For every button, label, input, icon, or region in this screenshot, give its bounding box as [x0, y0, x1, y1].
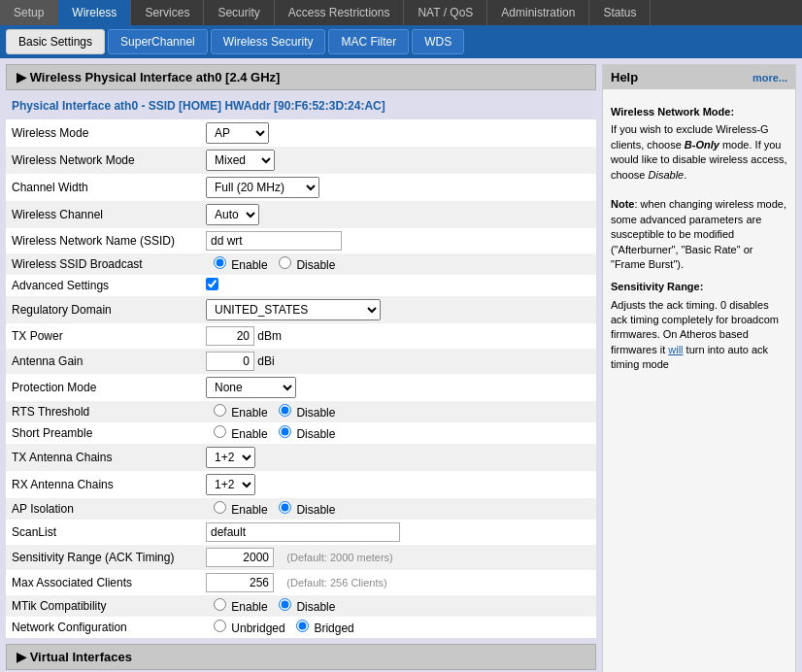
protection-mode-row: Protection Mode None CTS-to-Self RTS/CTS — [6, 374, 596, 401]
short-preamble-enable-radio[interactable] — [214, 425, 226, 438]
wireless-ssid-broadcast-label: Wireless SSID Broadcast — [6, 253, 200, 275]
help-note: Note: when changing wireless mode, some … — [611, 198, 786, 270]
mtik-disable-label[interactable]: Disable — [271, 600, 335, 614]
ssid-broadcast-enable-radio[interactable] — [214, 256, 226, 269]
nav-status[interactable]: Status — [589, 0, 651, 25]
regulatory-domain-row: Regulatory Domain UNITED_STATES EUROPE J… — [6, 296, 596, 323]
ssid-broadcast-disable-label[interactable]: Disable — [271, 258, 335, 272]
top-nav: Setup Wireless Services Security Access … — [0, 0, 802, 25]
rx-antenna-chains-label: RX Antenna Chains — [6, 471, 200, 498]
max-associated-clients-input[interactable] — [206, 573, 274, 592]
settings-form: Wireless Mode AP Client Adhoc Wireless N… — [6, 119, 596, 638]
rts-threshold-disable-radio[interactable] — [279, 404, 291, 417]
scanlist-input[interactable] — [206, 522, 400, 542]
sensitivity-range-help-body: Adjusts the ack timing. 0 disables ack t… — [611, 299, 779, 371]
channel-width-row: Channel Width Full (20 MHz) Half (10 MHz… — [6, 174, 596, 201]
max-associated-clients-label: Max Associated Clients — [6, 570, 200, 595]
antenna-gain-unit: dBi — [257, 354, 274, 368]
tx-antenna-chains-row: TX Antenna Chains 1+2 1 2 — [6, 444, 596, 471]
scanlist-label: ScanList — [6, 520, 200, 545]
nav-nat-qos[interactable]: NAT / QoS — [404, 0, 487, 25]
wireless-mode-label: Wireless Mode — [6, 119, 200, 147]
regulatory-domain-select[interactable]: UNITED_STATES EUROPE JAPAN — [206, 299, 381, 320]
nav-administration[interactable]: Administration — [487, 0, 589, 25]
ap-isolation-disable-radio[interactable] — [279, 501, 291, 514]
help-title: Help — [611, 70, 638, 84]
nav-services[interactable]: Services — [131, 0, 204, 25]
wireless-network-mode-help-title: Wireless Network Mode: — [611, 105, 787, 119]
subnav-superchannel[interactable]: SuperChannel — [108, 29, 208, 54]
rts-threshold-disable-label[interactable]: Disable — [271, 406, 335, 420]
wireless-network-mode-select[interactable]: Mixed B-Only G-Only N-Only Disable — [206, 150, 275, 171]
short-preamble-disable-label[interactable]: Disable — [271, 427, 335, 441]
wireless-channel-select[interactable]: Auto 1 6 11 — [206, 204, 259, 225]
ap-isolation-row: AP Isolation Enable Disable — [6, 498, 596, 520]
wireless-network-mode-label: Wireless Network Mode — [6, 147, 200, 174]
regulatory-domain-label: Regulatory Domain — [6, 296, 200, 323]
tx-power-input[interactable] — [206, 326, 254, 346]
subnav-wireless-security[interactable]: Wireless Security — [211, 29, 326, 54]
sensitivity-range-hint: (Default: 2000 meters) — [286, 552, 392, 563]
antenna-gain-row: Antenna Gain dBi — [6, 349, 596, 374]
mtik-enable-label[interactable]: Enable — [206, 600, 271, 614]
tx-power-unit: dBm — [257, 329, 282, 343]
rts-threshold-enable-label[interactable]: Enable — [206, 406, 271, 420]
nav-setup[interactable]: Setup — [0, 0, 58, 25]
sensitivity-range-input[interactable] — [206, 548, 274, 567]
wireless-channel-label: Wireless Channel — [6, 201, 200, 228]
subnav-mac-filter[interactable]: MAC Filter — [328, 29, 409, 54]
nav-wireless[interactable]: Wireless — [58, 0, 131, 25]
rts-threshold-row: RTS Threshold Enable Disable — [6, 401, 596, 422]
wireless-network-name-input[interactable] — [206, 231, 342, 251]
tx-power-row: TX Power dBm — [6, 323, 596, 349]
ssid-broadcast-disable-radio[interactable] — [279, 256, 291, 269]
help-panel: Help more... Wireless Network Mode: If y… — [602, 64, 796, 672]
short-preamble-enable-label[interactable]: Enable — [206, 427, 271, 441]
mtik-disable-radio[interactable] — [279, 598, 291, 611]
tx-antenna-chains-select[interactable]: 1+2 1 2 — [206, 447, 255, 468]
help-more-link[interactable]: more... — [752, 72, 787, 84]
nav-security[interactable]: Security — [204, 0, 274, 25]
mtik-compatibility-row: MTik Compatibility Enable Disable — [6, 595, 596, 617]
physical-interface-title: Physical Interface ath0 - SSID [HOME] HW… — [6, 96, 596, 116]
mtik-compatibility-label: MTik Compatibility — [6, 595, 200, 617]
max-associated-clients-hint: (Default: 256 Clients) — [286, 577, 386, 588]
network-unbridged-label[interactable]: Unbridged — [206, 622, 288, 635]
ap-isolation-disable-label[interactable]: Disable — [271, 503, 335, 517]
advanced-settings-row: Advanced Settings — [6, 275, 596, 296]
channel-width-label: Channel Width — [6, 174, 200, 201]
tx-power-label: TX Power — [6, 323, 200, 349]
scanlist-row: ScanList — [6, 520, 596, 545]
short-preamble-disable-radio[interactable] — [279, 425, 291, 438]
ssid-broadcast-enable-label[interactable]: Enable — [206, 258, 271, 272]
channel-width-select[interactable]: Full (20 MHz) Half (10 MHz) Quarter (5 M… — [206, 177, 319, 198]
advanced-settings-checkbox[interactable] — [206, 278, 218, 290]
network-bridged-radio[interactable] — [296, 620, 309, 632]
ap-isolation-enable-label[interactable]: Enable — [206, 503, 271, 517]
nav-access-restrictions[interactable]: Access Restrictions — [275, 0, 405, 25]
subnav-basic-settings[interactable]: Basic Settings — [6, 29, 105, 54]
protection-mode-label: Protection Mode — [6, 374, 200, 401]
section-header: ▶ Wireless Physical Interface ath0 [2.4 … — [6, 64, 596, 90]
main-content: ▶ Wireless Physical Interface ath0 [2.4 … — [0, 58, 802, 672]
wireless-ssid-broadcast-row: Wireless SSID Broadcast Enable Disable — [6, 253, 596, 275]
network-configuration-label: Network Configuration — [6, 617, 200, 638]
wireless-mode-row: Wireless Mode AP Client Adhoc — [6, 119, 596, 147]
wireless-network-mode-row: Wireless Network Mode Mixed B-Only G-Onl… — [6, 147, 596, 174]
wireless-network-name-label: Wireless Network Name (SSID) — [6, 228, 200, 253]
rts-threshold-enable-radio[interactable] — [214, 404, 226, 417]
wireless-mode-select[interactable]: AP Client Adhoc — [206, 122, 269, 144]
sensitivity-range-label: Sensitivity Range (ACK Timing) — [6, 545, 200, 570]
network-bridged-label[interactable]: Bridged — [288, 622, 354, 635]
protection-mode-select[interactable]: None CTS-to-Self RTS/CTS — [206, 377, 296, 398]
subnav-wds[interactable]: WDS — [412, 29, 464, 54]
network-unbridged-radio[interactable] — [214, 620, 226, 632]
sub-nav: Basic Settings SuperChannel Wireless Sec… — [0, 25, 802, 58]
max-associated-clients-row: Max Associated Clients (Default: 256 Cli… — [6, 570, 596, 595]
antenna-gain-input[interactable] — [206, 352, 254, 371]
ap-isolation-enable-radio[interactable] — [214, 501, 226, 514]
rx-antenna-chains-select[interactable]: 1+2 1 2 — [206, 474, 255, 495]
mtik-enable-radio[interactable] — [214, 598, 226, 611]
wireless-network-name-row: Wireless Network Name (SSID) — [6, 228, 596, 253]
help-header: Help more... — [603, 65, 795, 89]
